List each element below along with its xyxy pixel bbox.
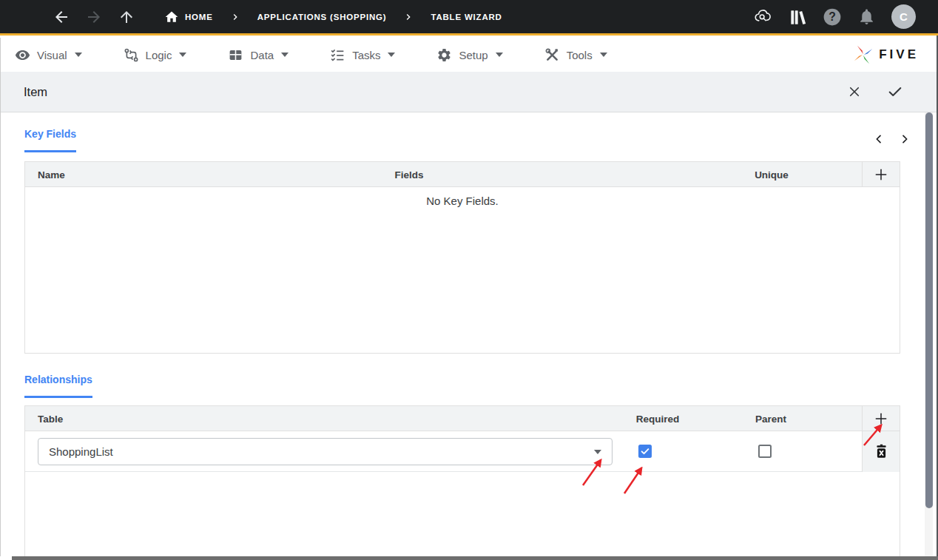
- relationships-table: Table Required Parent ShoppingList: [24, 405, 900, 556]
- tab-relationships[interactable]: Relationships: [24, 374, 92, 398]
- dropdown-caret-icon: [594, 450, 601, 454]
- five-logo: FIVE: [854, 45, 919, 64]
- back-arrow-icon[interactable]: [52, 7, 71, 27]
- tools-icon: [544, 47, 560, 63]
- record-title: Item: [24, 85, 47, 99]
- menu-tools[interactable]: Tools: [544, 47, 607, 63]
- checklist-icon: [330, 47, 345, 63]
- menu-visual[interactable]: Visual: [15, 47, 82, 63]
- page-previous-icon[interactable]: [871, 132, 887, 148]
- dropdown-caret-icon: [388, 53, 395, 57]
- relationship-row: ShoppingList: [25, 431, 900, 472]
- chevron-right-icon: [229, 11, 241, 23]
- scrollbar-thumb[interactable]: [925, 112, 933, 508]
- menu-tasks-label: Tasks: [352, 49, 380, 61]
- wizard-content: Key Fields Name Fields Unique No Key Fie…: [0, 112, 938, 556]
- menu-tasks[interactable]: Tasks: [330, 47, 395, 63]
- breadcrumb-page-label: TABLE WIZARD: [431, 13, 502, 21]
- breadcrumb-applications[interactable]: APPLICATIONS (SHOPPING): [257, 13, 387, 21]
- menu-logic[interactable]: Logic: [124, 47, 187, 63]
- home-icon: [164, 10, 179, 24]
- column-header-parent: Parent: [755, 406, 786, 431]
- help-icon[interactable]: ?: [823, 7, 842, 27]
- menu-setup[interactable]: Setup: [436, 47, 502, 63]
- table-select-value: ShoppingList: [49, 445, 113, 458]
- column-header-unique: Unique: [755, 162, 789, 187]
- dropdown-caret-icon: [75, 53, 82, 57]
- forward-arrow-icon[interactable]: [84, 7, 104, 27]
- relationships-header-row: Table Required Parent: [25, 406, 900, 431]
- record-header: Item: [0, 72, 938, 112]
- tab-key-fields[interactable]: Key Fields: [24, 128, 76, 152]
- menu-tools-label: Tools: [567, 49, 593, 61]
- breadcrumb-home-label: HOME: [185, 13, 213, 21]
- key-fields-header-row: Name Fields Unique: [25, 162, 900, 187]
- column-header-required: Required: [636, 406, 680, 431]
- save-check-icon[interactable]: [886, 83, 904, 101]
- menu-logic-label: Logic: [146, 49, 172, 61]
- menu-data[interactable]: Data: [228, 47, 289, 63]
- notifications-bell-icon[interactable]: [857, 7, 876, 26]
- vertical-scrollbar: [925, 112, 933, 556]
- key-fields-table: Name Fields Unique No Key Fields.: [24, 161, 900, 354]
- key-fields-empty-message: No Key Fields.: [25, 187, 900, 354]
- menu-hamburger-icon[interactable]: [18, 11, 33, 22]
- breadcrumb-table-wizard[interactable]: TABLE WIZARD: [431, 13, 502, 21]
- dropdown-caret-icon: [281, 53, 289, 57]
- dropdown-caret-icon: [600, 53, 607, 57]
- required-checkbox[interactable]: [638, 445, 652, 458]
- parent-checkbox[interactable]: [758, 445, 772, 458]
- window-border-bottom: [12, 556, 938, 560]
- eye-icon: [15, 47, 30, 63]
- dropdown-caret-icon: [179, 53, 186, 57]
- table-grid-icon: [228, 47, 243, 63]
- trash-delete-icon: [874, 444, 889, 459]
- page-next-icon[interactable]: [897, 132, 913, 148]
- chevron-right-icon: [402, 11, 414, 23]
- cloud-search-icon[interactable]: [753, 7, 772, 27]
- top-navigation-bar: HOME APPLICATIONS (SHOPPING) TABLE WIZAR…: [0, 0, 938, 36]
- add-key-field-button[interactable]: [874, 167, 888, 182]
- table-select-dropdown[interactable]: ShoppingList: [38, 438, 613, 465]
- gear-icon: [436, 47, 452, 63]
- column-header-table: Table: [38, 406, 63, 431]
- avatar-initial: C: [900, 10, 908, 23]
- app-window: HOME APPLICATIONS (SHOPPING) TABLE WIZAR…: [0, 0, 938, 560]
- menu-visual-label: Visual: [37, 49, 67, 61]
- window-border-left: [0, 38, 1, 556]
- delete-relationship-button[interactable]: [874, 444, 889, 459]
- cancel-icon[interactable]: [846, 83, 863, 101]
- up-arrow-icon[interactable]: [117, 7, 136, 27]
- library-books-icon[interactable]: [788, 7, 807, 27]
- add-relationship-button[interactable]: [874, 411, 888, 426]
- logic-flow-icon: [124, 47, 139, 63]
- dropdown-caret-icon: [496, 53, 503, 57]
- breadcrumb-app-label: APPLICATIONS (SHOPPING): [257, 13, 387, 21]
- breadcrumb: HOME APPLICATIONS (SHOPPING) TABLE WIZAR…: [164, 10, 502, 24]
- five-pinwheel-icon: [854, 45, 873, 64]
- menu-data-label: Data: [250, 49, 274, 61]
- column-header-fields: Fields: [394, 162, 423, 187]
- column-header-name: Name: [38, 162, 65, 187]
- main-menu-bar: Visual Logic Data: [0, 38, 938, 72]
- user-avatar[interactable]: C: [891, 4, 916, 29]
- brand-text: FIVE: [879, 47, 919, 62]
- menu-setup-label: Setup: [459, 49, 487, 61]
- svg-text:?: ?: [829, 10, 836, 23]
- breadcrumb-home[interactable]: HOME: [164, 10, 213, 24]
